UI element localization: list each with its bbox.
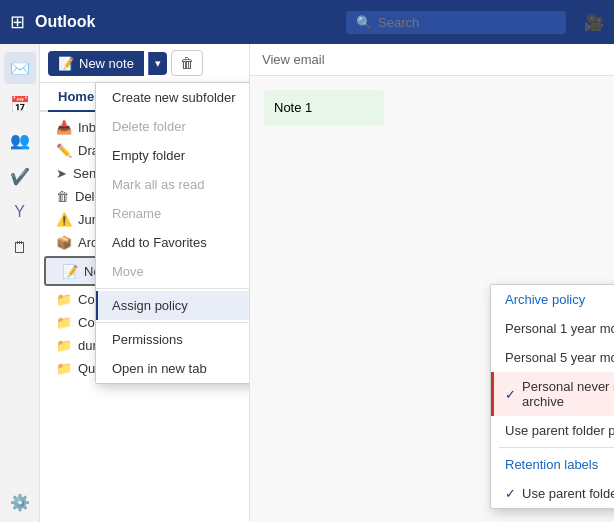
search-icon: 🔍: [356, 15, 372, 30]
rail-todo-icon[interactable]: ✔️: [4, 160, 36, 192]
context-menu: Create new subfolder Delete folder Empty…: [95, 82, 250, 384]
ctx-open-tab[interactable]: Open in new tab: [96, 354, 250, 383]
conv2-icon: 📁: [56, 315, 72, 330]
rail-apps-icon[interactable]: ⚙️: [4, 486, 36, 518]
ctx-divider1: [96, 288, 250, 289]
ctx-create-subfolder[interactable]: Create new subfolder: [96, 83, 250, 112]
new-note-label: New note: [79, 56, 134, 71]
sub-personal-1yr[interactable]: Personal 1 year move to archive: [491, 314, 614, 343]
video-icon[interactable]: 🎥: [584, 13, 604, 32]
new-note-arrow-button[interactable]: ▾: [148, 52, 167, 75]
sub-personal-5yr[interactable]: Personal 5 year move to archive: [491, 343, 614, 372]
ctx-rename: Rename: [96, 199, 250, 228]
grid-icon[interactable]: ⊞: [10, 11, 25, 33]
note-label: Note 1: [274, 100, 312, 115]
inbox-icon: 📥: [56, 120, 72, 135]
sub-divider: [499, 447, 614, 448]
check-mark-parent: ✓: [505, 486, 516, 501]
search-bar[interactable]: 🔍: [346, 11, 566, 34]
deleted-icon: 🗑: [56, 189, 69, 204]
submenu: Archive policy Personal 1 year move to a…: [490, 284, 614, 509]
ctx-mark-read: Mark all as read: [96, 170, 250, 199]
ctx-delete-folder: Delete folder: [96, 112, 250, 141]
ctx-divider2: [96, 322, 250, 323]
sidebar-toolbar: 📝 New note ▾ 🗑: [40, 44, 249, 83]
sub-retention-labels[interactable]: Retention labels: [491, 450, 614, 479]
new-note-button[interactable]: 📝 New note: [48, 51, 144, 76]
left-rail: ✉️ 📅 👥 ✔️ Y 🗒 ⚙️: [0, 44, 40, 522]
ctx-add-favorites[interactable]: Add to Favorites: [96, 228, 250, 257]
rail-calendar-icon[interactable]: 📅: [4, 88, 36, 120]
top-bar: ⊞ Outlook 🔍 🎥: [0, 0, 614, 44]
quickstep-icon: 📁: [56, 361, 72, 376]
conv1-icon: 📁: [56, 292, 72, 307]
content-area: View email Note 1 Archive policy Persona…: [250, 44, 614, 522]
note-card[interactable]: Note 1: [264, 90, 384, 125]
new-note-icon: 📝: [58, 56, 74, 71]
sub-use-parent2[interactable]: ✓ Use parent folder policy: [491, 479, 614, 508]
drafts-icon: ✏️: [56, 143, 72, 158]
ctx-move: Move: [96, 257, 250, 286]
sub-personal-never[interactable]: ✓ Personal never move to archive: [491, 372, 614, 416]
archive-icon: 📦: [56, 235, 72, 250]
main-layout: ✉️ 📅 👥 ✔️ Y 🗒 ⚙️ 📝 New note ▾ 🗑 Home Vie…: [0, 44, 614, 522]
check-mark-never: ✓: [505, 387, 516, 402]
delete-button[interactable]: 🗑: [171, 50, 203, 76]
ctx-empty-folder[interactable]: Empty folder: [96, 141, 250, 170]
search-input[interactable]: [378, 15, 556, 30]
sub-use-parent1[interactable]: Use parent folder policy: [491, 416, 614, 445]
dummy-icon: 📁: [56, 338, 72, 353]
ctx-assign-policy[interactable]: Assign policy ▶: [96, 291, 250, 320]
ctx-permissions[interactable]: Permissions: [96, 325, 250, 354]
view-email-label: View email: [262, 52, 325, 67]
rail-people-icon[interactable]: 👥: [4, 124, 36, 156]
sent-icon: ➤: [56, 166, 67, 181]
junk-icon: ⚠️: [56, 212, 72, 227]
rail-yammer-icon[interactable]: Y: [4, 196, 36, 228]
content-header: View email: [250, 44, 614, 76]
rail-notes-icon[interactable]: 🗒: [4, 232, 36, 264]
app-title: Outlook: [35, 13, 95, 31]
sidebar: 📝 New note ▾ 🗑 Home View Help 📥 Inbox ✏️…: [40, 44, 250, 522]
sub-archive-policy[interactable]: Archive policy: [491, 285, 614, 314]
notes-icon: 📝: [62, 264, 78, 279]
rail-mail-icon[interactable]: ✉️: [4, 52, 36, 84]
